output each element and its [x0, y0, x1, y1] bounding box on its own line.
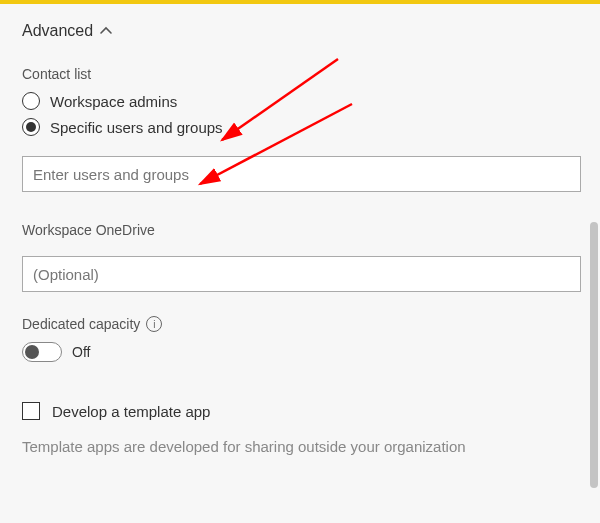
checkbox-label: Develop a template app: [52, 403, 210, 420]
contact-list-radio-group: Workspace admins Specific users and grou…: [22, 92, 578, 136]
radio-label: Specific users and groups: [50, 119, 223, 136]
scrollbar[interactable]: [590, 222, 598, 488]
chevron-up-icon: [99, 24, 113, 38]
toggle-state-label: Off: [72, 344, 90, 360]
advanced-section-toggle[interactable]: Advanced: [22, 22, 113, 40]
contact-list-label: Contact list: [22, 66, 578, 82]
radio-icon: [22, 92, 40, 110]
checkbox-icon: [22, 402, 40, 420]
bottom-fade: [0, 493, 600, 523]
users-groups-input[interactable]: [22, 156, 581, 192]
section-title: Advanced: [22, 22, 93, 40]
radio-specific-users[interactable]: Specific users and groups: [22, 118, 223, 136]
radio-icon: [22, 118, 40, 136]
radio-label: Workspace admins: [50, 93, 177, 110]
dedicated-capacity-toggle[interactable]: [22, 342, 62, 362]
template-app-help-text: Template apps are developed for sharing …: [22, 438, 578, 455]
onedrive-label: Workspace OneDrive: [22, 222, 578, 238]
develop-template-app-checkbox[interactable]: Develop a template app: [22, 402, 210, 420]
radio-workspace-admins[interactable]: Workspace admins: [22, 92, 177, 110]
info-icon[interactable]: i: [146, 316, 162, 332]
dedicated-capacity-label: Dedicated capacity: [22, 316, 140, 332]
toggle-knob-icon: [25, 345, 39, 359]
advanced-settings-panel: Advanced Contact list Workspace admins S…: [0, 4, 600, 455]
onedrive-input[interactable]: [22, 256, 581, 292]
